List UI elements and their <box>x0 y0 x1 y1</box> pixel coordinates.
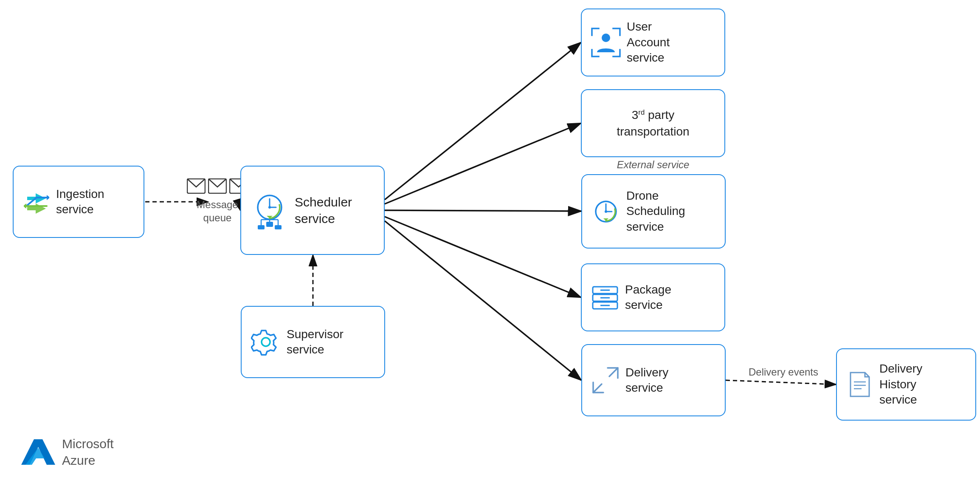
supervisor-service-box: Supervisor service <box>241 306 385 378</box>
svg-point-29 <box>602 34 610 42</box>
supervisor-service-label: Supervisor service <box>287 327 344 358</box>
message-queue-icons <box>187 178 248 194</box>
delivery-service-label: Delivery service <box>625 365 668 396</box>
package-service-box: Package service <box>581 263 725 331</box>
message-queue-label: Messagequeue <box>197 198 238 224</box>
svg-marker-11 <box>47 195 49 200</box>
svg-marker-12 <box>24 203 26 209</box>
svg-line-8 <box>385 217 581 297</box>
svg-line-10 <box>726 380 836 384</box>
diagram-container: Ingestion service Messagequeue <box>0 0 980 486</box>
scheduler-service-box: Scheduler service <box>240 166 385 255</box>
user-account-service-box: User Account service <box>581 8 725 76</box>
ingestion-service-box: Ingestion service <box>13 166 144 238</box>
azure-logo: Microsoft Azure <box>21 435 114 469</box>
svg-line-7 <box>385 210 581 211</box>
drone-scheduling-service-box: Drone Scheduling service <box>581 174 726 249</box>
drone-scheduling-icon <box>591 197 620 226</box>
supervisor-icon <box>251 327 281 357</box>
delivery-history-service-box: Delivery History service <box>836 348 976 421</box>
drone-scheduling-service-label: Drone Scheduling service <box>626 188 685 235</box>
package-service-label: Package service <box>625 282 671 313</box>
scheduler-icon <box>251 191 289 229</box>
svg-rect-21 <box>266 222 273 227</box>
svg-line-9 <box>385 221 581 380</box>
svg-rect-24 <box>258 225 265 229</box>
ingestion-icon <box>23 188 50 215</box>
svg-line-6 <box>385 123 581 204</box>
ingestion-service-label: Ingestion service <box>56 186 104 218</box>
package-icon <box>591 283 619 311</box>
user-account-icon <box>591 28 621 57</box>
third-party-box: 3rd partytransportation <box>581 89 725 157</box>
svg-line-5 <box>385 42 581 200</box>
delivery-service-box: Delivery service <box>581 344 726 416</box>
azure-logo-text: Microsoft Azure <box>62 435 114 469</box>
delivery-history-icon <box>846 371 873 398</box>
svg-rect-26 <box>275 225 282 229</box>
external-service-label: External service <box>581 159 725 171</box>
user-account-service-label: User Account service <box>627 19 670 65</box>
message-queue: Messagequeue <box>187 178 248 224</box>
azure-logo-icon <box>21 435 55 469</box>
delivery-events-label: Delivery events <box>735 366 832 378</box>
svg-line-41 <box>609 368 618 376</box>
svg-line-42 <box>593 384 602 393</box>
delivery-history-service-label: Delivery History service <box>879 361 922 407</box>
delivery-icon <box>591 366 620 394</box>
scheduler-service-label: Scheduler service <box>295 194 352 227</box>
third-party-label: 3rd partytransportation <box>591 107 715 140</box>
arrows-svg <box>0 0 980 486</box>
svg-point-28 <box>262 338 270 346</box>
